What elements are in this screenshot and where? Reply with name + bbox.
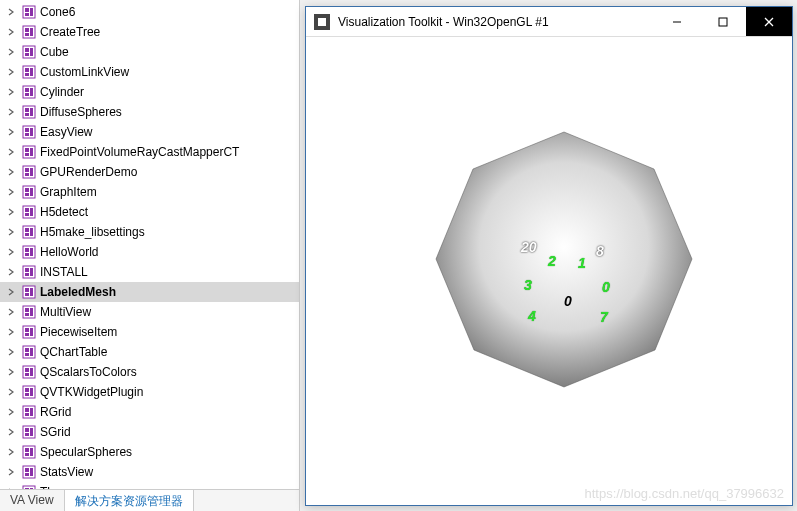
svg-rect-26 <box>25 133 29 136</box>
tree-item-label: FixedPointVolumeRayCastMapperCT <box>40 145 239 159</box>
svg-rect-54 <box>25 273 29 276</box>
project-icon <box>22 425 36 439</box>
expand-chevron-icon[interactable] <box>6 127 16 137</box>
svg-rect-7 <box>30 28 33 36</box>
window-title: Visualization Toolkit - Win32OpenGL #1 <box>338 15 654 29</box>
expand-chevron-icon[interactable] <box>6 347 16 357</box>
project-icon <box>22 265 36 279</box>
expand-chevron-icon[interactable] <box>6 187 16 197</box>
tree-item[interactable]: QVTKWidgetPlugin <box>0 382 299 402</box>
expand-chevron-icon[interactable] <box>6 327 16 337</box>
expand-chevron-icon[interactable] <box>6 427 16 437</box>
svg-rect-13 <box>25 68 29 72</box>
titlebar[interactable]: Visualization Toolkit - Win32OpenGL #1 <box>306 7 792 37</box>
tree-item-label: GraphItem <box>40 185 97 199</box>
svg-rect-50 <box>25 253 29 256</box>
tree-item[interactable]: PiecewiseItem <box>0 322 299 342</box>
svg-rect-70 <box>25 353 29 356</box>
tree-item-label: Cone6 <box>40 5 75 19</box>
svg-rect-35 <box>30 168 33 176</box>
tree-item[interactable]: SGrid <box>0 422 299 442</box>
expand-chevron-icon[interactable] <box>6 167 16 177</box>
expand-chevron-icon[interactable] <box>6 107 16 117</box>
expand-chevron-icon[interactable] <box>6 47 16 57</box>
tree-item-label: QScalarsToColors <box>40 365 137 379</box>
octagon-mesh <box>306 37 792 505</box>
panel-tab[interactable]: 解决方案资源管理器 <box>65 490 194 511</box>
project-icon <box>22 5 36 19</box>
expand-chevron-icon[interactable] <box>6 147 16 157</box>
tree-item[interactable]: Theme <box>0 482 299 489</box>
tree-item[interactable]: QChartTable <box>0 342 299 362</box>
svg-rect-85 <box>25 428 29 432</box>
svg-rect-94 <box>25 473 29 476</box>
tree-item[interactable]: H5detect <box>0 202 299 222</box>
expand-chevron-icon[interactable] <box>6 67 16 77</box>
tree-item[interactable]: CreateTree <box>0 22 299 42</box>
expand-chevron-icon[interactable] <box>6 87 16 97</box>
svg-rect-11 <box>30 48 33 56</box>
svg-rect-33 <box>25 168 29 172</box>
tree-item[interactable]: DiffuseSpheres <box>0 102 299 122</box>
svg-rect-38 <box>25 193 29 196</box>
tree-item[interactable]: EasyView <box>0 122 299 142</box>
expand-chevron-icon[interactable] <box>6 447 16 457</box>
svg-rect-77 <box>25 388 29 392</box>
svg-rect-31 <box>30 148 33 156</box>
expand-chevron-icon[interactable] <box>6 387 16 397</box>
tree-item[interactable]: RGrid <box>0 402 299 422</box>
project-icon <box>22 305 36 319</box>
render-viewport[interactable]: https://blog.csdn.net/qq_37996632 208213… <box>306 37 792 505</box>
svg-rect-47 <box>30 228 33 236</box>
scene-label: 0 <box>564 293 572 309</box>
tree-item[interactable]: Cube <box>0 42 299 62</box>
panel-tab[interactable]: VA View <box>0 490 65 511</box>
maximize-button[interactable] <box>700 7 746 36</box>
tree-item[interactable]: GPURenderDemo <box>0 162 299 182</box>
tree-item[interactable]: QScalarsToColors <box>0 362 299 382</box>
expand-chevron-icon[interactable] <box>6 307 16 317</box>
tree-item[interactable]: H5make_libsettings <box>0 222 299 242</box>
tree-item[interactable]: FixedPointVolumeRayCastMapperCT <box>0 142 299 162</box>
svg-rect-18 <box>25 93 29 96</box>
tree-item-label: MultiView <box>40 305 91 319</box>
project-tree[interactable]: Cone6CreateTreeCubeCustomLinkViewCylinde… <box>0 0 299 489</box>
expand-chevron-icon[interactable] <box>6 407 16 417</box>
expand-chevron-icon[interactable] <box>6 267 16 277</box>
project-icon <box>22 85 36 99</box>
tree-item[interactable]: INSTALL <box>0 262 299 282</box>
tree-item[interactable]: Cone6 <box>0 2 299 22</box>
svg-rect-82 <box>25 413 29 416</box>
project-icon <box>22 325 36 339</box>
expand-chevron-icon[interactable] <box>6 7 16 17</box>
expand-chevron-icon[interactable] <box>6 247 16 257</box>
svg-rect-45 <box>25 228 29 232</box>
svg-rect-69 <box>25 348 29 352</box>
minimize-button[interactable] <box>654 7 700 36</box>
tree-item[interactable]: HelloWorld <box>0 242 299 262</box>
project-icon <box>22 65 36 79</box>
tree-item[interactable]: StatsView <box>0 462 299 482</box>
expand-chevron-icon[interactable] <box>6 227 16 237</box>
expand-chevron-icon[interactable] <box>6 367 16 377</box>
solution-explorer-panel: Cone6CreateTreeCubeCustomLinkViewCylinde… <box>0 0 300 511</box>
svg-rect-17 <box>25 88 29 92</box>
expand-chevron-icon[interactable] <box>6 467 16 477</box>
svg-rect-49 <box>25 248 29 252</box>
tree-item[interactable]: GraphItem <box>0 182 299 202</box>
tree-item[interactable]: MultiView <box>0 302 299 322</box>
tree-item[interactable]: LabeledMesh <box>0 282 299 302</box>
close-button[interactable] <box>746 7 792 36</box>
svg-rect-3 <box>30 8 33 16</box>
svg-rect-37 <box>25 188 29 192</box>
project-icon <box>22 365 36 379</box>
expand-chevron-icon[interactable] <box>6 287 16 297</box>
tree-item[interactable]: CustomLinkView <box>0 62 299 82</box>
tree-item[interactable]: Cylinder <box>0 82 299 102</box>
tree-item[interactable]: SpecularSpheres <box>0 442 299 462</box>
expand-chevron-icon[interactable] <box>6 27 16 37</box>
project-icon <box>22 45 36 59</box>
svg-rect-51 <box>30 248 33 256</box>
expand-chevron-icon[interactable] <box>6 207 16 217</box>
svg-rect-62 <box>25 313 29 316</box>
